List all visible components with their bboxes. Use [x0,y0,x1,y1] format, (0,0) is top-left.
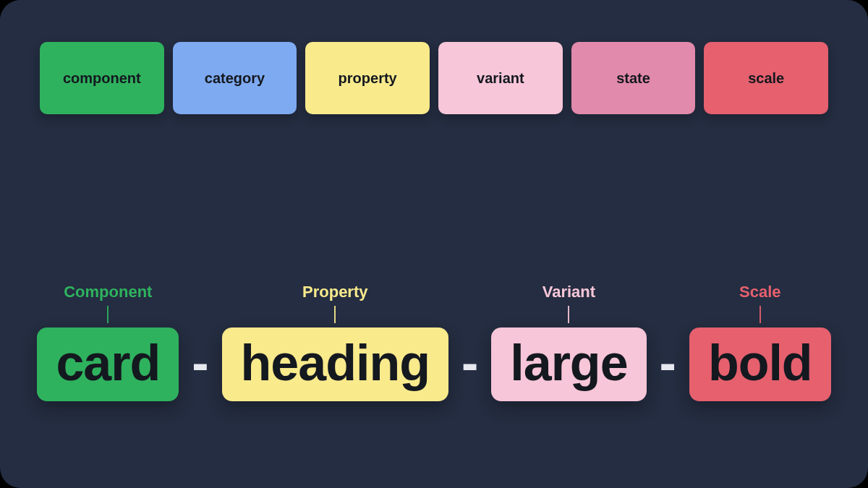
legend-row: component category property variant stat… [40,42,828,114]
token-value: large [491,328,646,401]
token-value: heading [222,328,448,401]
token-caption: Variant [542,283,595,301]
legend-chip-component: component [40,42,164,114]
separator-dash: - [461,338,478,401]
token-value: card [37,328,179,401]
token-value: bold [689,328,831,401]
legend-chip-property: property [305,42,430,114]
token-example: Component card - Property heading - Vari… [0,283,868,401]
token-part-component: Component card [37,283,179,401]
legend-chip-category: category [173,42,297,114]
legend-chip-variant: variant [438,42,563,114]
separator-dash: - [660,338,676,401]
connector-line [334,306,336,323]
token-caption: Component [64,283,152,301]
token-caption: Property [302,283,367,301]
token-part-property: Property heading [222,283,448,401]
connector-line [760,306,761,323]
separator-dash: - [192,338,208,401]
legend-chip-scale: scale [704,42,828,114]
token-part-scale: Scale bold [689,283,831,401]
connector-line [107,306,109,323]
diagram-canvas: component category property variant stat… [0,0,868,488]
legend-chip-state: state [571,42,696,114]
token-part-variant: Variant large [491,283,646,401]
token-caption: Scale [739,283,781,301]
connector-line [568,306,569,323]
